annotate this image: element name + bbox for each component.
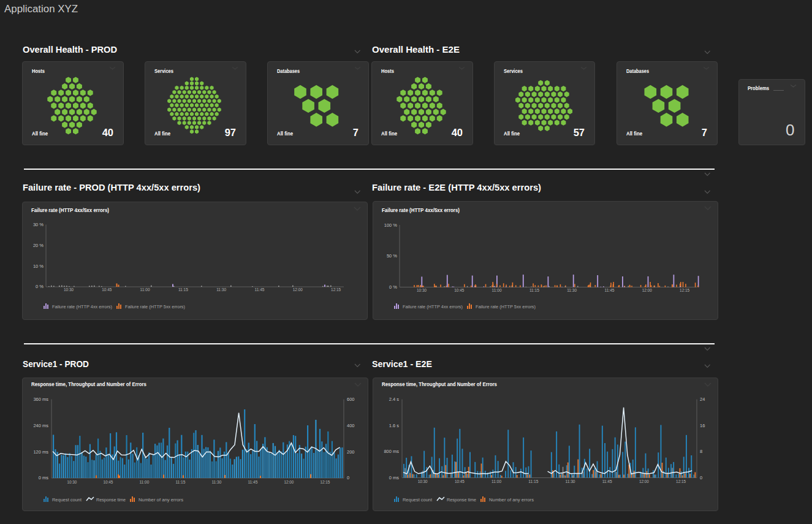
svg-text:8: 8	[700, 449, 702, 454]
svg-text:Overall Health - PROD: Overall Health - PROD	[23, 44, 117, 55]
svg-text:Application XYZ: Application XYZ	[4, 4, 78, 14]
svg-text:11:45: 11:45	[255, 287, 265, 292]
svg-text:12:15: 12:15	[331, 287, 341, 292]
svg-text:0: 0	[347, 475, 349, 480]
svg-text:Service1 - PROD: Service1 - PROD	[23, 359, 89, 369]
svg-text:All fine: All fine	[504, 131, 520, 137]
svg-text:16: 16	[700, 423, 705, 428]
svg-text:All fine: All fine	[626, 131, 642, 137]
svg-text:Failure rate (HTTP 5xx errors): Failure rate (HTTP 5xx errors)	[125, 304, 185, 309]
svg-text:Failure rate (HTTP 5xx errors): Failure rate (HTTP 5xx errors)	[476, 304, 536, 309]
svg-text:Number of any errors: Number of any errors	[138, 497, 183, 503]
svg-text:All fine: All fine	[32, 131, 48, 137]
svg-text:Failure rate - PROD (HTTP 4xx/: Failure rate - PROD (HTTP 4xx/5xx errors…	[23, 182, 200, 192]
svg-text:Failure rate (HTTP 4xx/5xx err: Failure rate (HTTP 4xx/5xx errors)	[382, 207, 460, 213]
svg-text:360 ms: 360 ms	[33, 397, 48, 402]
svg-text:Response time: Response time	[447, 497, 476, 503]
svg-text:Request count: Request count	[403, 497, 433, 503]
svg-text:Service1 - E2E: Service1 - E2E	[372, 359, 432, 369]
svg-text:11:30: 11:30	[216, 287, 226, 292]
svg-text:100 %: 100 %	[384, 222, 398, 228]
svg-text:200: 200	[347, 449, 355, 455]
svg-text:2.4 s: 2.4 s	[389, 397, 400, 402]
svg-text:10:45: 10:45	[103, 479, 113, 485]
svg-text:Failure rate (HTTP 4xx errors): Failure rate (HTTP 4xx errors)	[52, 304, 112, 309]
svg-text:57: 57	[574, 127, 585, 138]
svg-text:Request count: Request count	[52, 497, 82, 503]
svg-text:11:30: 11:30	[566, 479, 575, 484]
svg-text:600: 600	[347, 397, 355, 402]
svg-text:0: 0	[786, 121, 795, 139]
svg-text:10:45: 10:45	[454, 287, 464, 293]
svg-text:7: 7	[353, 127, 359, 138]
svg-text:11:15: 11:15	[528, 479, 538, 484]
svg-text:10:45: 10:45	[102, 287, 112, 292]
svg-text:0 %: 0 %	[36, 284, 44, 289]
svg-text:11:00: 11:00	[491, 479, 501, 484]
svg-text:10:30: 10:30	[417, 287, 427, 293]
svg-text:11:00: 11:00	[140, 287, 150, 292]
svg-text:Failure rate (HTTP 4xx/5xx err: Failure rate (HTTP 4xx/5xx errors)	[31, 207, 109, 213]
svg-text:40: 40	[452, 127, 463, 138]
svg-text:11:45: 11:45	[605, 287, 615, 293]
svg-text:10:30: 10:30	[67, 479, 77, 485]
svg-text:Failure rate (HTTP 4xx errors): Failure rate (HTTP 4xx errors)	[403, 304, 463, 309]
svg-text:Response time, Throughput and: Response time, Throughput and Number of …	[382, 381, 497, 387]
svg-text:Problems: Problems	[748, 85, 769, 91]
svg-text:11:00: 11:00	[492, 287, 502, 293]
svg-text:Hosts: Hosts	[32, 68, 45, 74]
svg-text:50 %: 50 %	[387, 253, 397, 259]
svg-text:12:00: 12:00	[642, 287, 652, 293]
svg-text:0: 0	[700, 475, 702, 480]
svg-text:11:45: 11:45	[248, 479, 257, 485]
svg-text:24: 24	[700, 397, 705, 402]
svg-text:All fine: All fine	[277, 131, 293, 137]
svg-text:11:45: 11:45	[602, 479, 612, 484]
svg-text:12:15: 12:15	[320, 479, 330, 485]
svg-text:800 ms: 800 ms	[384, 449, 399, 454]
svg-text:11:30: 11:30	[567, 287, 577, 293]
svg-text:10:30: 10:30	[418, 479, 428, 484]
svg-text:Response time: Response time	[96, 497, 126, 503]
svg-text:20 %: 20 %	[33, 243, 44, 248]
svg-text:11:00: 11:00	[139, 479, 149, 485]
svg-text:12:15: 12:15	[676, 479, 686, 484]
svg-text:Response time, Throughput and: Response time, Throughput and Number of …	[31, 381, 146, 387]
svg-text:11:15: 11:15	[175, 479, 185, 485]
svg-text:Databases: Databases	[626, 68, 649, 74]
svg-text:10:45: 10:45	[455, 479, 465, 484]
svg-text:12:00: 12:00	[284, 479, 294, 485]
svg-text:All fine: All fine	[381, 131, 397, 137]
svg-text:12:00: 12:00	[639, 479, 649, 484]
svg-text:Databases: Databases	[277, 68, 300, 74]
svg-text:240 ms: 240 ms	[33, 423, 48, 428]
svg-text:Services: Services	[154, 68, 173, 74]
svg-text:All fine: All fine	[154, 131, 170, 137]
svg-text:11:15: 11:15	[529, 287, 539, 293]
svg-text:0 ms: 0 ms	[39, 475, 49, 480]
svg-text:11:30: 11:30	[211, 479, 221, 485]
svg-text:12:15: 12:15	[680, 287, 689, 293]
svg-text:0 ms: 0 ms	[389, 475, 400, 480]
svg-text:1.6 s: 1.6 s	[389, 423, 400, 428]
svg-text:7: 7	[702, 127, 707, 138]
svg-text:Overall Health - E2E: Overall Health - E2E	[372, 44, 460, 55]
svg-text:97: 97	[225, 127, 236, 138]
svg-text:Number of any errors: Number of any errors	[489, 497, 534, 503]
svg-text:11:15: 11:15	[178, 287, 188, 292]
svg-text:10:30: 10:30	[64, 287, 74, 292]
svg-text:Services: Services	[504, 68, 523, 74]
svg-text:10 %: 10 %	[33, 264, 44, 269]
svg-text:400: 400	[347, 423, 355, 428]
svg-text:Failure rate - E2E (HTTP 4xx/5: Failure rate - E2E (HTTP 4xx/5xx errors)	[372, 182, 541, 192]
svg-text:30 %: 30 %	[33, 222, 44, 227]
svg-text:Hosts: Hosts	[381, 68, 394, 74]
svg-text:40: 40	[102, 127, 113, 138]
svg-text:12:00: 12:00	[293, 287, 303, 292]
svg-text:120 ms: 120 ms	[33, 449, 48, 455]
svg-text:0 %: 0 %	[389, 284, 397, 290]
